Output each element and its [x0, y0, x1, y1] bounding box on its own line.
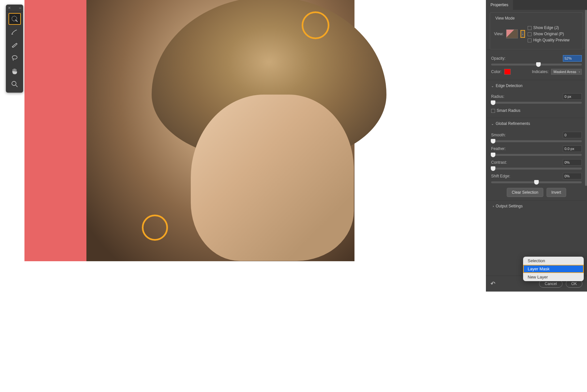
hq-preview-checkbox[interactable]: High Quality Preview: [528, 38, 579, 42]
opacity-slider[interactable]: [491, 64, 582, 66]
shift-edge-input[interactable]: [563, 173, 582, 179]
feather-input[interactable]: [563, 145, 582, 152]
slider-thumb[interactable]: [491, 153, 495, 157]
radius-label: Radius:: [491, 94, 504, 99]
global-refinements-toggle[interactable]: ⌄Global Refinements: [491, 121, 582, 126]
view-mode-section: View Mode View: ᵥ Show Edge (J) Show Ori…: [490, 12, 583, 50]
indicates-label: Indicates:: [532, 69, 549, 74]
image-content: [86, 0, 354, 261]
global-refinements-section: ⌄Global Refinements Smooth: Feather: Con…: [487, 118, 586, 200]
expand-icon[interactable]: ››: [19, 6, 21, 10]
panel-tabs: Properties: [486, 0, 587, 10]
radius-input[interactable]: [563, 93, 582, 100]
chevron-down-icon: ⌄: [491, 122, 494, 126]
paint-brush-tool[interactable]: [8, 39, 21, 51]
opacity-label: Opacity:: [491, 56, 505, 61]
clear-selection-button[interactable]: Clear Selection: [507, 188, 543, 197]
output-option-new-layer[interactable]: New Layer: [523, 273, 584, 281]
refine-edge-brush-tool[interactable]: [8, 13, 21, 25]
slider-thumb[interactable]: [491, 100, 495, 105]
edge-detection-title: Edge Detection: [496, 83, 522, 88]
color-label: Color:: [491, 69, 502, 74]
checkbox-icon: [528, 26, 532, 30]
panel-body: View Mode View: ᵥ Show Edge (J) Show Ori…: [486, 10, 587, 276]
toolbar-header: ✕ ››: [6, 5, 23, 12]
hq-preview-label: High Quality Preview: [533, 38, 569, 42]
view-mode-title: View Mode: [495, 16, 579, 21]
indicates-select[interactable]: Masked Areas: [551, 69, 582, 75]
feather-label: Feather:: [491, 146, 506, 151]
output-to-popup: Selection Layer Mask New Layer: [523, 257, 584, 281]
contrast-input[interactable]: [563, 159, 582, 166]
opacity-section: Opacity: Color: Indicates: Masked Areas: [487, 50, 586, 80]
show-edge-checkbox[interactable]: Show Edge (J): [528, 25, 579, 30]
output-option-selection[interactable]: Selection: [523, 257, 584, 265]
brush-tool[interactable]: [8, 26, 21, 38]
output-settings-title: Output Settings: [496, 204, 523, 208]
feather-slider[interactable]: [491, 154, 582, 156]
shift-edge-label: Shift Edge:: [491, 174, 510, 178]
edge-detection-toggle[interactable]: ⌄Edge Detection: [491, 83, 582, 88]
output-settings-toggle[interactable]: ⌄Output Settings: [491, 204, 582, 208]
shift-edge-slider[interactable]: [491, 181, 582, 183]
chevron-down-icon: ⌄: [491, 84, 494, 88]
slider-thumb[interactable]: [491, 166, 495, 171]
show-original-label: Show Original (P): [533, 32, 564, 36]
slider-thumb[interactable]: [534, 180, 539, 185]
checkbox-icon: [528, 38, 532, 42]
show-edge-label: Show Edge (J): [533, 25, 559, 30]
zoom-tool[interactable]: [8, 78, 21, 90]
color-swatch[interactable]: [504, 69, 511, 75]
chevron-right-icon: ⌄: [491, 205, 494, 207]
opacity-input[interactable]: [563, 55, 582, 62]
checkbox-icon: [491, 109, 495, 113]
output-option-layer-mask[interactable]: Layer Mask: [523, 265, 584, 273]
svg-point-1: [12, 55, 17, 59]
invert-button[interactable]: Invert: [547, 188, 566, 197]
hand-tool[interactable]: [8, 65, 21, 77]
contrast-label: Contrast:: [491, 160, 507, 165]
svg-point-2: [12, 81, 16, 85]
smooth-input[interactable]: [563, 132, 582, 138]
annotation-circle-1: [302, 11, 329, 39]
smart-radius-checkbox[interactable]: Smart Radius: [491, 108, 582, 113]
tools-palette: ✕ ››: [6, 5, 23, 93]
image-face: [191, 95, 354, 261]
scrollbar[interactable]: [585, 10, 587, 186]
tab-properties[interactable]: Properties: [486, 0, 513, 10]
annotation-circle-2: [142, 215, 168, 241]
undo-icon[interactable]: ↶: [490, 280, 495, 287]
view-label: View:: [494, 32, 504, 36]
edge-detection-section: ⌄Edge Detection Radius: Smart Radius: [487, 80, 586, 118]
output-settings-section: ⌄Output Settings: [487, 200, 586, 215]
close-icon[interactable]: ✕: [8, 6, 11, 10]
smart-radius-label: Smart Radius: [497, 108, 520, 113]
canvas-viewport[interactable]: [24, 0, 330, 261]
properties-panel: Properties View Mode View: ᵥ Show Edge (…: [486, 0, 587, 292]
lasso-tool[interactable]: [8, 52, 21, 64]
smooth-label: Smooth:: [491, 133, 506, 137]
view-thumbnail[interactable]: [506, 29, 518, 38]
contrast-slider[interactable]: [491, 168, 582, 170]
checkbox-icon: [528, 32, 532, 36]
radius-slider[interactable]: [491, 102, 582, 104]
show-original-checkbox[interactable]: Show Original (P): [528, 32, 579, 36]
smooth-slider[interactable]: [491, 140, 582, 142]
slider-thumb[interactable]: [536, 62, 541, 67]
view-dropdown[interactable]: ᵥ: [520, 30, 525, 38]
slider-thumb[interactable]: [491, 139, 495, 143]
global-refinements-title: Global Refinements: [496, 121, 530, 126]
